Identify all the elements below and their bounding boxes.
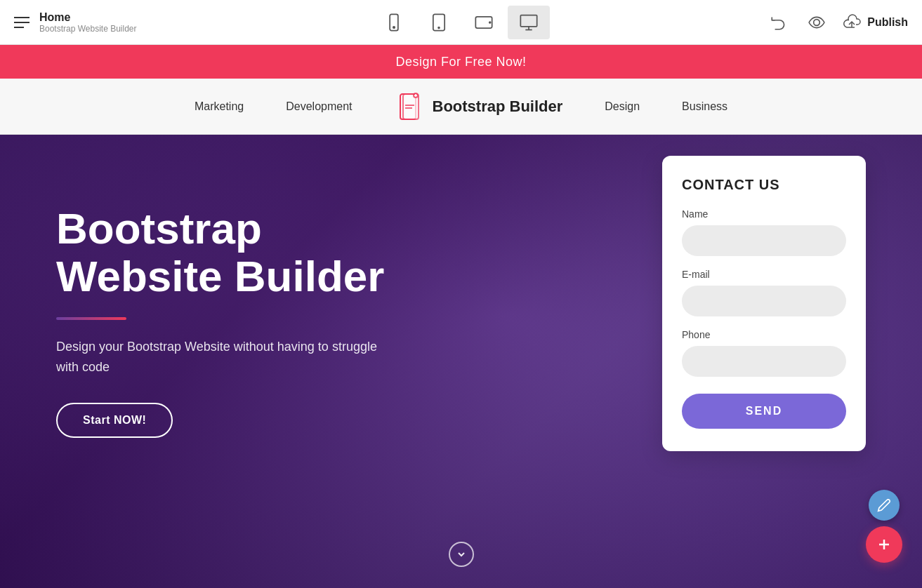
- preview-icon[interactable]: [804, 10, 829, 35]
- menu-icon[interactable]: [14, 17, 29, 28]
- email-field-group: E-mail: [682, 269, 846, 316]
- undo-icon[interactable]: [766, 10, 791, 35]
- edit-fab-button[interactable]: [869, 490, 900, 521]
- svg-point-9: [814, 19, 820, 25]
- home-title: Home: [39, 11, 137, 24]
- name-label: Name: [682, 208, 846, 220]
- send-button[interactable]: SEND: [682, 394, 846, 429]
- hero-text: Bootstrap Website Builder Design your Bo…: [56, 205, 384, 438]
- hero-divider: [56, 317, 126, 320]
- logo-text: Bootstrap Builder: [433, 98, 563, 116]
- svg-point-3: [438, 27, 440, 28]
- home-info: Home Bootstrap Website Builder: [39, 11, 137, 34]
- scroll-down-button[interactable]: [449, 542, 474, 567]
- promo-text: Design For Free Now!: [395, 55, 526, 69]
- mobile-view-button[interactable]: [373, 6, 415, 39]
- tablet-view-button[interactable]: [418, 6, 460, 39]
- nav-item-development[interactable]: Development: [286, 100, 352, 113]
- contact-card: CONTACT US Name E-mail Phone SEND: [662, 156, 866, 451]
- phone-label: Phone: [682, 329, 846, 340]
- hero-title-line2: Website Builder: [56, 252, 384, 300]
- svg-point-1: [393, 26, 394, 27]
- name-field-group: Name: [682, 208, 846, 256]
- name-input[interactable]: [682, 225, 846, 256]
- top-bar: Home Bootstrap Website Builder: [0, 0, 922, 45]
- publish-label: Publish: [867, 16, 908, 29]
- phone-field-group: Phone: [682, 329, 846, 377]
- hero-subtitle: Design your Bootstrap Website without ha…: [56, 337, 379, 377]
- home-subtitle: Bootstrap Website Builder: [39, 24, 137, 34]
- email-input[interactable]: [682, 286, 846, 316]
- top-bar-right: Publish: [766, 10, 908, 35]
- desktop-view-button[interactable]: [508, 6, 550, 39]
- top-bar-left: Home Bootstrap Website Builder: [14, 11, 137, 34]
- email-label: E-mail: [682, 269, 846, 280]
- logo-icon: [395, 91, 426, 122]
- publish-button[interactable]: Publish: [842, 13, 908, 32]
- phone-input[interactable]: [682, 346, 846, 377]
- nav-item-design[interactable]: Design: [605, 100, 640, 113]
- start-now-button[interactable]: Start NOW!: [56, 403, 173, 438]
- nav-item-business[interactable]: Business: [682, 100, 727, 113]
- device-icons: [373, 6, 550, 39]
- add-fab-button[interactable]: [866, 526, 902, 563]
- hero-title-line1: Bootstrap: [56, 204, 262, 253]
- tablet-landscape-view-button[interactable]: [463, 6, 505, 39]
- nav-bar: Marketing Development Bootstrap Builder …: [0, 79, 922, 135]
- nav-item-marketing[interactable]: Marketing: [195, 100, 244, 113]
- svg-point-5: [489, 22, 490, 23]
- promo-bar[interactable]: Design For Free Now!: [0, 45, 922, 79]
- nav-logo[interactable]: Bootstrap Builder: [395, 91, 563, 122]
- contact-title: CONTACT US: [682, 177, 846, 193]
- hero-section: Bootstrap Website Builder Design your Bo…: [0, 135, 922, 588]
- svg-rect-6: [520, 15, 536, 26]
- hero-content: Bootstrap Website Builder Design your Bo…: [0, 135, 922, 588]
- hero-title: Bootstrap Website Builder: [56, 205, 384, 300]
- cloud-upload-icon: [842, 13, 862, 32]
